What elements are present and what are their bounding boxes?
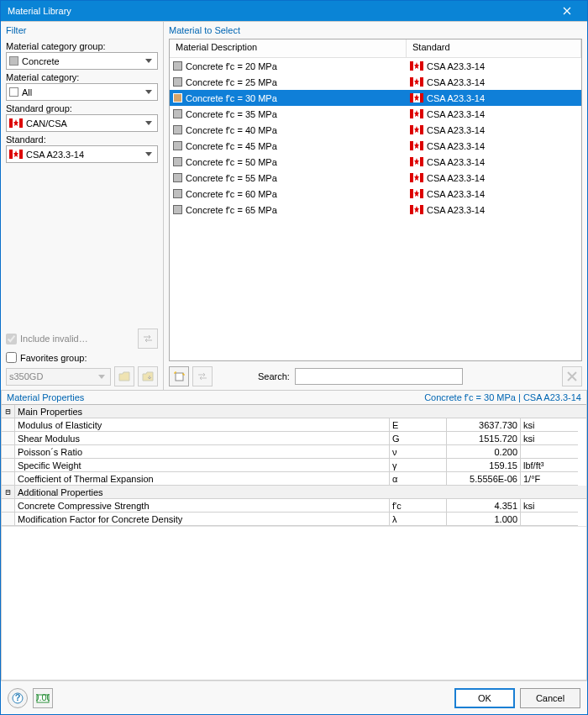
- canada-flag-icon: [410, 77, 423, 87]
- svg-text:0.00: 0.00: [36, 692, 50, 702]
- category-label: Material category:: [6, 72, 158, 82]
- filter-panel-title: Filter: [6, 24, 158, 39]
- canada-flag-icon: [410, 189, 423, 198]
- open-folder-button: [114, 366, 134, 386]
- group-label: Main Properties: [15, 405, 586, 418]
- canada-flag-icon: [410, 61, 423, 71]
- canada-flag-icon: [9, 118, 23, 128]
- standard-group-label: Standard group:: [6, 103, 158, 113]
- property-name: Concrete Compressive Strength: [15, 499, 390, 513]
- favorites-label: Favorites group:: [20, 353, 87, 363]
- properties-info: Concrete f'c = 30 MPa | CSA A23.3-14: [424, 392, 581, 402]
- material-list-row[interactable]: Concrete f'c = 65 MPaCSA A23.3-14: [170, 202, 581, 218]
- col-header-standard[interactable]: Standard: [407, 39, 581, 58]
- material-library-dialog: Material Library Filter Material categor…: [0, 0, 588, 715]
- properties-panel: Material Properties Concrete f'c = 30 MP…: [1, 391, 587, 681]
- material-swatch-icon: [173, 77, 182, 87]
- canada-flag-icon: [410, 141, 423, 150]
- material-standard: CSA A23.3-14: [427, 125, 485, 135]
- material-list-row[interactable]: Concrete f'c = 45 MPaCSA A23.3-14: [170, 138, 581, 154]
- canada-flag-icon: [410, 93, 423, 103]
- material-standard: CSA A23.3-14: [427, 189, 485, 199]
- material-list-row[interactable]: Concrete f'c = 25 MPaCSA A23.3-14: [170, 74, 581, 90]
- material-standard: CSA A23.3-14: [427, 173, 485, 183]
- all-swatch-icon: [9, 87, 18, 97]
- property-value[interactable]: 4.351: [447, 499, 521, 513]
- select-panel: Material to Select Material Description …: [164, 21, 587, 391]
- standard-group-select[interactable]: CAN/CSA: [6, 114, 158, 132]
- property-symbol: E: [390, 418, 447, 432]
- search-input[interactable]: [295, 368, 463, 385]
- property-row: Concrete Compressive Strengthf'c4.351ksi: [2, 499, 586, 513]
- favorites-select: s350GD: [6, 368, 111, 386]
- property-symbol: γ: [390, 459, 447, 472]
- include-invalid-checkbox: [6, 334, 17, 344]
- units-button[interactable]: 0.00: [33, 688, 53, 708]
- close-button[interactable]: [550, 2, 584, 20]
- property-value[interactable]: 5.5556E-06: [447, 472, 521, 486]
- property-name: Modulus of Elasticity: [15, 418, 390, 432]
- titlebar: Material Library: [1, 1, 587, 21]
- properties-grid: ⊟Main PropertiesModulus of ElasticityE36…: [2, 404, 586, 526]
- help-icon: ?: [12, 692, 24, 704]
- property-name: Shear Modulus: [15, 432, 390, 445]
- material-swatch-icon: [173, 157, 182, 166]
- units-icon: 0.00: [36, 692, 50, 704]
- property-unit: ksi: [521, 432, 578, 445]
- material-desc: Concrete f'c = 65 MPa: [186, 205, 277, 215]
- material-desc: Concrete f'c = 45 MPa: [186, 141, 277, 151]
- material-list-row[interactable]: Concrete f'c = 60 MPaCSA A23.3-14: [170, 186, 581, 202]
- group-label: Additional Properties: [15, 486, 586, 499]
- material-standard: CSA A23.3-14: [427, 157, 485, 167]
- list-headers: Material Description Standard: [170, 39, 581, 58]
- standard-select[interactable]: CSA A23.3-14: [6, 145, 158, 163]
- clear-icon: [567, 371, 577, 381]
- material-desc: Concrete f'c = 55 MPa: [186, 173, 277, 183]
- search-label: Search:: [258, 371, 290, 381]
- material-desc: Concrete f'c = 30 MPa: [186, 93, 277, 103]
- col-header-description[interactable]: Material Description: [170, 39, 407, 58]
- property-name: Coefficient of Thermal Expansion: [15, 472, 390, 486]
- canada-flag-icon: [410, 125, 423, 134]
- material-list-row[interactable]: Concrete f'c = 35 MPaCSA A23.3-14: [170, 106, 581, 122]
- standard-label: Standard:: [6, 134, 158, 145]
- cancel-button[interactable]: Cancel: [520, 688, 580, 708]
- chevron-down-icon: [142, 121, 155, 125]
- material-list-row[interactable]: Concrete f'c = 55 MPaCSA A23.3-14: [170, 170, 581, 186]
- category-group-select[interactable]: Concrete: [6, 52, 158, 70]
- property-row: Specific Weightγ159.15lbf/ft³: [2, 459, 586, 472]
- property-value[interactable]: 3637.730: [447, 418, 521, 432]
- favorites-checkbox[interactable]: [6, 352, 17, 363]
- material-desc: Concrete f'c = 35 MPa: [186, 109, 277, 119]
- swap-button: [138, 329, 158, 349]
- property-row: Coefficient of Thermal Expansionα5.5556E…: [2, 472, 586, 486]
- material-list-row[interactable]: Concrete f'c = 50 MPaCSA A23.3-14: [170, 154, 581, 170]
- property-value[interactable]: 1.000: [447, 513, 521, 526]
- filter-panel: Filter Material category group: Concrete…: [1, 21, 164, 391]
- canada-flag-icon: [410, 205, 423, 214]
- material-list-row[interactable]: Concrete f'c = 40 MPaCSA A23.3-14: [170, 122, 581, 138]
- chevron-down-icon: [142, 59, 155, 63]
- property-value[interactable]: 0.200: [447, 445, 521, 459]
- new-material-button[interactable]: [169, 366, 189, 386]
- group-toggle[interactable]: ⊟: [2, 405, 15, 418]
- property-value[interactable]: 1515.720: [447, 432, 521, 445]
- property-unit: [521, 445, 578, 459]
- property-value[interactable]: 159.15: [447, 459, 521, 472]
- canada-flag-icon: [410, 109, 423, 118]
- toggle-button: [192, 366, 213, 386]
- material-swatch-icon: [173, 205, 182, 214]
- material-list-row[interactable]: Concrete f'c = 30 MPaCSA A23.3-14: [170, 90, 581, 106]
- material-swatch-icon: [173, 141, 182, 150]
- property-symbol: f'c: [390, 499, 447, 513]
- material-list-row[interactable]: Concrete f'c = 20 MPaCSA A23.3-14: [170, 58, 581, 74]
- group-toggle[interactable]: ⊟: [2, 486, 15, 499]
- help-button[interactable]: ?: [8, 688, 28, 708]
- material-list: Material Description Standard Concrete f…: [169, 39, 582, 361]
- category-select[interactable]: All: [6, 83, 158, 101]
- property-symbol: α: [390, 472, 447, 486]
- ok-button[interactable]: OK: [454, 688, 515, 708]
- property-symbol: G: [390, 432, 447, 445]
- property-unit: ksi: [521, 418, 578, 432]
- material-swatch-icon: [173, 109, 182, 118]
